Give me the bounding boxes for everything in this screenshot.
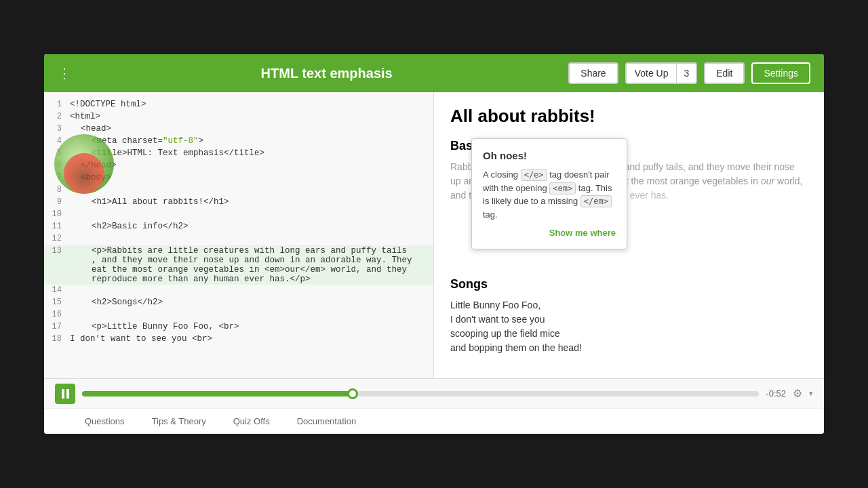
code-panel: 1 <!DOCTYPE html> 2 <html> 3 <head> 4 <m… xyxy=(44,92,434,378)
progress-bar[interactable] xyxy=(82,391,759,396)
code-line: 14 xyxy=(44,285,433,297)
error-tag1: </e> xyxy=(521,169,547,181)
nav-questions[interactable]: Questions xyxy=(85,416,125,426)
preview-songs-text: Little Bunny Foo Foo, I don't want to se… xyxy=(450,298,808,355)
code-line: 3 <head> xyxy=(44,123,433,136)
share-button[interactable]: Share xyxy=(568,62,618,84)
menu-icon[interactable]: ⋮ xyxy=(58,65,71,81)
code-line: 16 xyxy=(44,309,433,321)
vote-up-button[interactable]: Vote Up xyxy=(627,64,677,83)
error-text-line1: A closing xyxy=(483,169,518,180)
pause-button[interactable] xyxy=(55,384,75,404)
playback-bar: -0:52 ⚙ ▾ xyxy=(44,378,824,408)
error-text-line4: tag. xyxy=(483,209,498,220)
time-remaining: -0:52 xyxy=(766,388,786,399)
content-area: 1 <!DOCTYPE html> 2 <html> 3 <head> 4 <m… xyxy=(44,92,824,378)
rabbit-illustration xyxy=(54,134,114,194)
playback-settings-arrow: ▾ xyxy=(809,389,813,398)
rabbit-body xyxy=(64,153,104,194)
page-title: HTML text emphasis xyxy=(85,66,568,81)
vote-up-group: Vote Up 3 xyxy=(625,62,698,84)
settings-button[interactable]: Settings xyxy=(751,62,810,84)
nav-documentation[interactable]: Documentation xyxy=(297,416,356,426)
top-bar-actions: Share Vote Up 3 Edit Settings xyxy=(568,62,810,84)
code-line-active: 13 <p>Rabbits are little creatures with … xyxy=(44,245,433,285)
code-line: 18 I don't want to see you <br> xyxy=(44,333,433,346)
error-popup: Oh noes! A closing </e> tag doesn't pair… xyxy=(471,138,627,249)
error-tag2: <em> xyxy=(549,182,576,195)
preview-h2-songs: Songs xyxy=(450,277,808,291)
preview-h1: All about rabbits! xyxy=(450,106,808,127)
show-me-where-button[interactable]: Show me where xyxy=(483,228,616,238)
progress-fill xyxy=(82,391,353,396)
vote-count: 3 xyxy=(677,64,696,83)
top-bar: ⋮ HTML text emphasis Share Vote Up 3 Edi… xyxy=(44,54,824,92)
error-popup-text: A closing </e> tag doesn't pair with the… xyxy=(483,168,616,221)
code-line: 15 <h2>Songs</h2> xyxy=(44,297,433,309)
bottom-nav: Questions Tips & Theory Quiz Offs Docume… xyxy=(44,408,824,434)
code-line: 2 <html> xyxy=(44,111,433,123)
main-container: ⋮ HTML text emphasis Share Vote Up 3 Edi… xyxy=(44,54,824,434)
error-popup-title: Oh noes! xyxy=(483,150,616,161)
code-line: 9 <h1>All about rabbits!</h1> xyxy=(44,197,433,209)
pause-icon xyxy=(62,389,69,399)
progress-handle[interactable] xyxy=(347,388,358,399)
error-tag3: </em> xyxy=(580,195,612,207)
playback-settings-icon[interactable]: ⚙ xyxy=(793,387,802,400)
code-line: 1 <!DOCTYPE html> xyxy=(44,99,433,111)
preview-panel: All about rabbits! Basic info Rabbits ar… xyxy=(434,92,824,378)
nav-tips-theory[interactable]: Tips & Theory xyxy=(152,416,206,426)
nav-quiz-offs[interactable]: Quiz Offs xyxy=(233,416,270,426)
code-line: 11 <h2>Basic info</h2> xyxy=(44,221,433,233)
code-line: 12 xyxy=(44,233,433,245)
edit-button[interactable]: Edit xyxy=(704,62,745,84)
code-line: 17 <p>Little Bunny Foo Foo, <br> xyxy=(44,321,433,333)
code-line: 10 xyxy=(44,209,433,221)
